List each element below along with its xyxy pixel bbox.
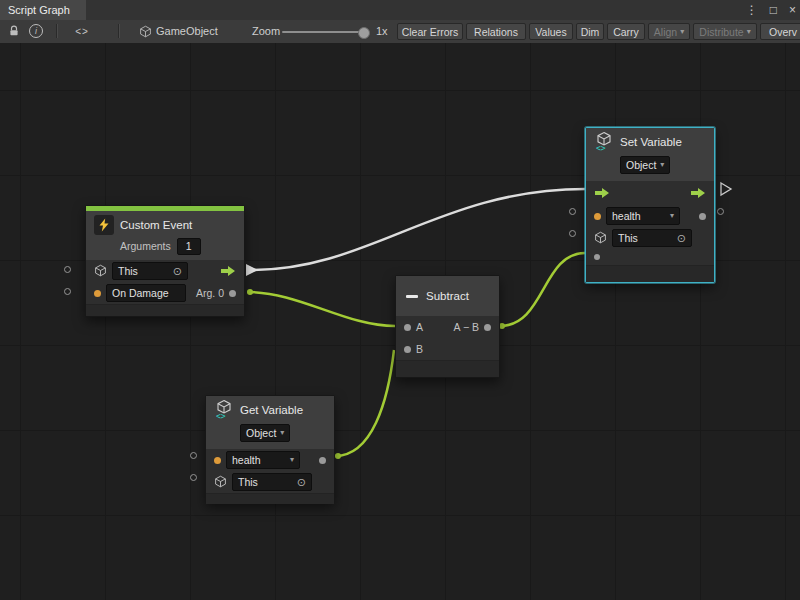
port-indicator: [569, 230, 576, 237]
port-indicator: [64, 266, 71, 273]
variable-name-dropdown[interactable]: health ▾: [606, 207, 680, 225]
node-header[interactable]: Subtract: [396, 276, 499, 316]
node-footer: [86, 304, 244, 316]
chevron-down-icon: ▾: [670, 212, 674, 220]
flow-out-port[interactable]: [690, 187, 706, 199]
port-indicator: [64, 288, 71, 295]
node-title: Subtract: [426, 290, 469, 302]
clear-errors-button[interactable]: Clear Errors: [397, 23, 463, 40]
port-indicator: [717, 208, 724, 215]
chevron-down-icon: ▾: [290, 456, 294, 464]
svg-text:<>: <>: [216, 412, 226, 420]
arguments-input[interactable]: 1: [177, 238, 201, 255]
gameobject-icon: [594, 231, 607, 246]
subtract-icon: [406, 295, 418, 298]
dim-toggle[interactable]: Dim: [576, 23, 604, 40]
unity-script-graph-window: Script Graph ⋮ □ × i <> GameObject Zoom …: [0, 0, 800, 600]
arg-out-port[interactable]: [229, 290, 236, 297]
node-header[interactable]: Custom Event Arguments 1: [86, 211, 244, 260]
flow-row: [586, 181, 714, 205]
window-controls: ⋮ □ ×: [746, 0, 796, 20]
tab-script-graph[interactable]: Script Graph: [0, 0, 86, 20]
variable-icon: <>: [214, 399, 234, 421]
code-icon[interactable]: <>: [72, 23, 92, 39]
toolbar-separator: [56, 24, 57, 38]
variable-icon: <>: [594, 131, 614, 153]
node-body: A A − B B: [396, 316, 499, 360]
gameobject-icon: [214, 475, 227, 490]
node-set-variable[interactable]: <> Set Variable Object ▾: [585, 127, 715, 283]
event-name-row: On Damage Arg. 0: [86, 282, 244, 304]
zoom-slider[interactable]: [282, 31, 368, 33]
node-custom-event[interactable]: Custom Event Arguments 1 This ⊙: [85, 205, 245, 317]
zoom-label: Zoom: [252, 25, 280, 37]
target-field[interactable]: This ⊙: [232, 473, 312, 491]
port-indicator: [190, 452, 197, 459]
variable-scope-dropdown[interactable]: Object ▾: [620, 156, 670, 174]
node-body: health ▾ This ⊙: [206, 449, 334, 493]
carry-toggle[interactable]: Carry: [607, 23, 645, 40]
port-row-b: B: [396, 338, 499, 360]
node-title: Get Variable: [240, 404, 303, 416]
arg-out-label: Arg. 0: [196, 287, 224, 299]
chevron-down-icon: ▾: [680, 28, 684, 36]
flow-continue-indicator: [719, 181, 733, 197]
menu-icon[interactable]: ⋮: [746, 4, 758, 16]
relations-toggle[interactable]: Relations: [466, 23, 526, 40]
window-tab-bar: Script Graph ⋮ □ ×: [0, 0, 800, 21]
name-input-port[interactable]: [594, 213, 601, 220]
graph-toolbar: i <> GameObject Zoom 1x Clear Errors Rel…: [0, 20, 800, 44]
flow-out-port[interactable]: [220, 265, 236, 277]
port-indicator: [190, 474, 197, 481]
gameobject-icon: [94, 264, 107, 279]
node-body: This ⊙ On Damage Arg. 0: [86, 260, 244, 304]
event-name-field[interactable]: On Damage: [106, 284, 186, 302]
info-icon[interactable]: i: [28, 23, 44, 39]
value-input-row: [586, 249, 714, 265]
gameobject-label[interactable]: GameObject: [156, 25, 218, 37]
name-input-port[interactable]: [214, 457, 221, 464]
variable-name-dropdown[interactable]: health ▾: [226, 451, 300, 469]
close-icon[interactable]: ×: [789, 4, 796, 16]
tab-label: Script Graph: [8, 4, 70, 16]
values-toggle[interactable]: Values: [529, 23, 573, 40]
string-input-port[interactable]: [94, 290, 101, 297]
target-field[interactable]: This ⊙: [112, 262, 188, 280]
flow-in-port[interactable]: [594, 187, 610, 199]
node-header[interactable]: <> Get Variable Object ▾: [206, 396, 334, 449]
object-picker-icon[interactable]: ⊙: [173, 266, 182, 277]
node-footer: [586, 265, 714, 282]
variable-name-row: health ▾: [586, 205, 714, 227]
port-indicator: [569, 208, 576, 215]
value-input-port[interactable]: [594, 254, 600, 260]
distribute-dropdown[interactable]: Distribute▾: [693, 23, 757, 40]
node-subtract[interactable]: Subtract A A − B B: [395, 275, 500, 378]
variable-scope-dropdown[interactable]: Object ▾: [240, 424, 290, 442]
value-output-port[interactable]: [319, 457, 326, 464]
input-a-port[interactable]: [404, 324, 411, 331]
value-output-port[interactable]: [699, 213, 706, 220]
zoom-value: 1x: [376, 25, 388, 37]
input-b-port[interactable]: [404, 346, 411, 353]
port-row-a: A A − B: [396, 316, 499, 338]
node-header[interactable]: <> Set Variable Object ▾: [586, 128, 714, 181]
node-footer: [206, 493, 334, 504]
object-picker-icon[interactable]: ⊙: [677, 233, 686, 244]
node-title: Custom Event: [120, 219, 192, 231]
target-row: This ⊙: [206, 471, 334, 493]
overview-button[interactable]: Overv: [760, 23, 800, 40]
lock-icon[interactable]: [6, 23, 22, 39]
lightning-icon: [94, 215, 114, 235]
variable-name-row: health ▾: [206, 449, 334, 471]
target-field[interactable]: This ⊙: [612, 229, 692, 247]
node-footer: [396, 360, 499, 377]
object-picker-icon[interactable]: ⊙: [297, 477, 306, 488]
maximize-icon[interactable]: □: [770, 4, 777, 16]
node-get-variable[interactable]: <> Get Variable Object ▾ health ▾: [205, 395, 335, 503]
target-row: This ⊙: [586, 227, 714, 249]
align-dropdown[interactable]: Align▾: [648, 23, 690, 40]
toolbar-separator: [118, 24, 119, 38]
zoom-slider-thumb[interactable]: [358, 27, 370, 39]
output-port[interactable]: [484, 324, 491, 331]
node-title: Set Variable: [620, 136, 682, 148]
